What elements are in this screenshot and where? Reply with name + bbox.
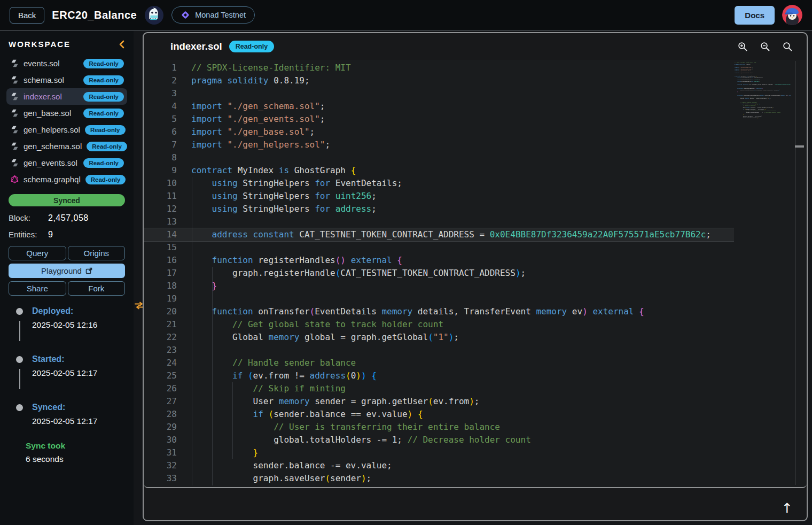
arrow-up-icon: ↑ (782, 500, 793, 516)
line-number: 8 (144, 151, 177, 164)
code-line: 33 graph.saveUser(sender); (144, 472, 807, 485)
search-button[interactable] (783, 42, 793, 52)
minimap-code: // SPDX-License-Identifier: MITpragma so… (734, 61, 790, 119)
entities-value: 9 (48, 230, 53, 240)
scroll-to-top-button[interactable]: ↑ (778, 501, 796, 515)
code-line: 25 if (ev.from != address(0)) { (144, 369, 807, 382)
file-name: gen_schema.sol (24, 142, 82, 151)
timeline-date: 2025-02-05 12:16 (32, 320, 134, 330)
line-number: 28 (144, 408, 177, 421)
file-item-gen_schema.sol[interactable]: gen_schema.solRead-only (6, 138, 127, 155)
code-line: 7import "./gen_helpers.sol"; (144, 138, 807, 151)
file-item-schema.graphql[interactable]: schema.graphqlRead-only (6, 171, 127, 188)
code-line: 13 (144, 215, 807, 228)
zoom-in-button[interactable] (738, 42, 748, 52)
code-line: 23 (144, 344, 807, 357)
network-badge[interactable]: Monad Testnet (171, 6, 255, 24)
page-title: ERC20_Balance (52, 9, 137, 21)
line-number: 4 (144, 100, 177, 113)
file-item-gen_helpers.sol[interactable]: gen_helpers.solRead-only (6, 121, 127, 138)
playground-label: Playground (41, 266, 82, 275)
code-lines: 1// SPDX-License-Identifier: MIT2pragma … (144, 61, 807, 485)
playground-button[interactable]: Playground (9, 264, 125, 278)
timeline-connector (19, 369, 20, 389)
line-number: 15 (144, 241, 177, 254)
code-line: 31 } (144, 446, 807, 459)
code-line: 17 graph.registerHandle(CAT_TESTNET_TOKE… (144, 267, 807, 280)
file-item-events.sol[interactable]: events.solRead-only (6, 55, 127, 72)
external-link-icon (85, 267, 92, 274)
query-button[interactable]: Query (9, 246, 66, 260)
readonly-badge: Read-only (83, 109, 124, 118)
editor-header: indexer.sol Read-only (144, 33, 807, 60)
line-number: 11 (144, 190, 177, 203)
line-number: 23 (144, 344, 177, 357)
code-line: 12 using StringHelpers for address; (144, 203, 807, 215)
minimap-line: address constant CAT_TESTNET_TOKEN_CONTR… (734, 84, 790, 86)
line-number: 12 (144, 203, 177, 215)
file-item-indexer.sol[interactable]: indexer.solRead-only (6, 88, 127, 105)
code-line: 28 if (sender.balance == ev.value) { (144, 408, 807, 421)
deployment-timeline: Deployed: 2025-02-05 12:16 Started: 2025… (9, 306, 134, 426)
solidity-file-icon (11, 59, 19, 67)
line-number: 14 (144, 228, 177, 241)
zoom-out-icon (760, 45, 770, 53)
code-line: 1// SPDX-License-Identifier: MIT (144, 61, 807, 74)
file-name: schema.graphql (24, 175, 81, 184)
code-line: 30 global.totalHolders -= 1; // Decrease… (144, 434, 807, 446)
timeline-connector (19, 321, 20, 341)
graphql-file-icon (11, 175, 19, 183)
minimap[interactable]: // SPDX-License-Identifier: MITpragma so… (734, 61, 791, 142)
readonly-badge: Read-only (83, 75, 124, 85)
code-viewport[interactable]: 1// SPDX-License-Identifier: MIT2pragma … (144, 60, 807, 487)
workspace-title: WORKSPACE (9, 40, 71, 49)
origins-button[interactable]: Origins (68, 246, 126, 260)
file-item-gen_base.sol[interactable]: gen_base.solRead-only (6, 105, 127, 121)
fork-button[interactable]: Fork (68, 281, 126, 296)
code-line: 10 using StringHelpers for EventDetails; (144, 177, 807, 190)
line-number: 24 (144, 357, 177, 369)
sync-status-pill: Synced (9, 194, 125, 206)
block-label: Block: (9, 213, 48, 222)
entities-info: Entities: 9 (0, 230, 134, 240)
code-line: 24 // Handle sender balance (144, 357, 807, 369)
user-avatar[interactable] (782, 5, 802, 25)
scrollbar-handle[interactable] (795, 145, 804, 148)
file-item-gen_events.sol[interactable]: gen_events.solRead-only (6, 155, 127, 171)
timeline-item: Synced: 2025-02-05 12:17 (9, 403, 134, 426)
chevron-left-icon (119, 42, 125, 50)
readonly-badge: Read-only (87, 142, 127, 151)
line-number: 21 (144, 318, 177, 331)
ghost-logo-icon[interactable] (144, 5, 164, 25)
file-item-schema.sol[interactable]: schema.solRead-only (6, 72, 127, 88)
code-line: 4import "./gen_schema.sol"; (144, 100, 807, 113)
line-number: 27 (144, 395, 177, 408)
editor-filename: indexer.sol (170, 41, 222, 52)
line-number: 17 (144, 267, 177, 280)
readonly-badge: Read-only (85, 125, 126, 135)
sidebar-collapse-button[interactable] (119, 40, 125, 49)
file-name: events.sol (24, 59, 79, 68)
back-button[interactable]: Back (10, 7, 44, 24)
file-name: indexer.sol (24, 92, 79, 101)
line-number: 5 (144, 113, 177, 126)
share-button[interactable]: Share (9, 281, 66, 296)
sync-duration: Sync took 6 seconds (26, 441, 134, 464)
timeline-label: Started: (32, 354, 134, 364)
timeline-dot (16, 308, 23, 315)
docs-button[interactable]: Docs (735, 6, 775, 25)
readonly-badge: Read-only (83, 158, 124, 168)
zoom-out-button[interactable] (760, 42, 770, 52)
top-bar: Back ERC20_Balance Monad Testnet Docs (0, 0, 812, 31)
sync-took-value: 6 seconds (26, 454, 134, 464)
solidity-file-icon (11, 159, 19, 167)
code-line: 15 (144, 241, 807, 254)
code-line: 8 (144, 151, 807, 164)
code-line: 2pragma solidity 0.8.19; (144, 74, 807, 87)
code-line: 11 using StringHelpers for uint256; (144, 190, 807, 203)
timeline-item: Started: 2025-02-05 12:17 (9, 354, 134, 378)
code-line: 19 (144, 292, 807, 305)
block-info: Block: 2,457,058 (0, 213, 134, 223)
line-number: 3 (144, 87, 177, 100)
code-line: 18 } (144, 280, 807, 292)
